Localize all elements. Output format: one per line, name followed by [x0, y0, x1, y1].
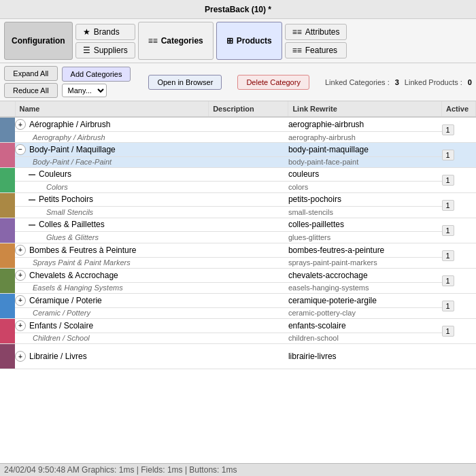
row-link-rewrite: librairie-livres [288, 344, 442, 369]
col-rewrite: Link Rewrite [288, 101, 442, 117]
table-row: +Enfants / Scolaireenfants-scolaire1 [0, 319, 476, 333]
active-badge: 1 [442, 175, 454, 186]
table-row-sub: Easels & Hanging Systemseasels-hanging-s… [0, 282, 476, 293]
active-badge: 1 [442, 301, 454, 311]
active-badge: 1 [442, 250, 454, 261]
nav-group-attributes-features: ≡≡ Attributes ≡≡ Features [285, 24, 347, 58]
collapse-button[interactable]: − [15, 144, 26, 155]
row-description [209, 243, 288, 258]
row-main-name: +Céramique / Poterie [15, 294, 209, 308]
row-sub-description [209, 181, 288, 192]
expand-button[interactable]: + [15, 245, 26, 256]
features-button[interactable]: ≡≡ Features [285, 42, 347, 58]
open-in-browser-button[interactable]: Open in Browser [148, 75, 222, 90]
attributes-button[interactable]: ≡≡ Attributes [285, 24, 347, 40]
row-thumbnail [0, 218, 15, 243]
row-active: 1 [442, 168, 476, 193]
row-sub-name: Children / School [15, 333, 209, 343]
row-main-name: −Body-Paint / Maquillage [15, 143, 209, 157]
configuration-button[interactable]: Configuration [4, 22, 73, 60]
row-sub-rewrite: aerography-airbrush [288, 132, 442, 143]
category-main-name: Bombes & Feutres à Peinture [29, 245, 136, 255]
row-thumbnail [0, 117, 15, 143]
row-sub-name: Ceramic / Pottery [15, 307, 209, 318]
expand-button[interactable]: + [15, 351, 26, 362]
table-row: +Bombes & Feutres à Peinturebombes-feutr… [0, 243, 476, 258]
active-badge: 1 [442, 275, 454, 286]
row-description [209, 117, 288, 132]
attributes-icon: ≡≡ [292, 27, 302, 37]
row-active: 1 [442, 243, 476, 269]
categories-table: Name Description Link Rewrite Active +Aé… [0, 101, 476, 369]
col-description: Description [209, 101, 288, 117]
row-active [442, 344, 476, 369]
table-row: +Librairie / Livreslibrairie-livres [0, 344, 476, 369]
row-active: 1 [442, 218, 476, 243]
row-main-name: Couleurs [15, 168, 209, 182]
row-sub-rewrite: children-school [288, 333, 442, 343]
products-button[interactable]: ⊞ Products [216, 22, 282, 60]
nav-bar: Configuration ★ Brands ☰ Suppliers ≡≡ Ca… [0, 19, 476, 63]
col-active: Active [442, 101, 476, 117]
toolbar: Expand All Reduce All Add Categories Man… [0, 63, 476, 101]
row-sub-description [209, 257, 288, 268]
row-thumbnail [0, 294, 15, 319]
add-categories-group: Add Categories Many... [62, 67, 131, 97]
delete-category-button[interactable]: Delete Category [237, 75, 309, 90]
row-link-rewrite: colles-paillettes [288, 218, 442, 232]
categories-button[interactable]: ≡≡ Categories [138, 22, 214, 60]
row-description [209, 269, 288, 283]
nav-group-brands-suppliers: ★ Brands ☰ Suppliers [75, 24, 135, 58]
row-sub-description [209, 156, 288, 167]
row-main-name: +Aérographie / Airbrush [15, 117, 209, 132]
category-main-name: Couleurs [39, 169, 71, 179]
products-icon: ⊞ [226, 36, 233, 46]
row-sub-description [209, 333, 288, 343]
row-sub-name: Colors [15, 181, 209, 192]
row-active: 1 [442, 117, 476, 143]
row-main-name: +Bombes & Feutres à Peinture [15, 243, 209, 258]
title-bar: PrestaBack (10) * [0, 0, 476, 19]
brands-button[interactable]: ★ Brands [75, 24, 135, 40]
row-sub-name: Sprays Paint & Paint Markers [15, 257, 209, 268]
row-main-name: Petits Pochoirs [15, 193, 209, 207]
category-main-name: Enfants / Scolaire [29, 321, 93, 330]
row-active: 1 [442, 193, 476, 218]
add-categories-button[interactable]: Add Categories [62, 67, 131, 82]
expand-button[interactable]: + [15, 295, 26, 306]
row-active: 1 [442, 143, 476, 168]
table-row: +Céramique / Poterieceramique-poterie-ar… [0, 294, 476, 308]
table-row-sub: Small Stencilssmall-stencils [0, 206, 476, 218]
expand-all-button[interactable]: Expand All [4, 66, 58, 81]
row-sub-rewrite: sprays-paint-paint-markers [288, 257, 442, 268]
row-description [209, 193, 288, 207]
linked-info: Linked Categories : 3 Linked Products : … [325, 78, 472, 86]
app-title: PrestaBack (10) * [205, 5, 271, 14]
table-row-sub: Sprays Paint & Paint Markerssprays-paint… [0, 257, 476, 268]
table-row: −Body-Paint / Maquillagebody-paint-maqui… [0, 143, 476, 157]
col-name: Name [15, 101, 209, 117]
expand-button[interactable]: + [15, 119, 26, 130]
suppliers-button[interactable]: ☰ Suppliers [75, 42, 135, 58]
row-sub-description [209, 282, 288, 293]
row-thumbnail [0, 319, 15, 344]
row-sub-rewrite: easels-hanging-systems [288, 282, 442, 293]
category-main-name: Chevalets & Accrochage [29, 271, 118, 280]
row-main-name: +Librairie / Livres [15, 344, 209, 369]
many-select[interactable]: Many... [62, 84, 107, 97]
expand-button[interactable]: + [15, 270, 26, 281]
category-main-name: Aérographie / Airbrush [29, 120, 110, 129]
expand-button[interactable]: + [15, 320, 26, 331]
col-thumb [0, 101, 15, 117]
row-link-rewrite: petits-pochoirs [288, 193, 442, 207]
row-thumbnail [0, 344, 15, 369]
reduce-all-button[interactable]: Reduce All [4, 83, 58, 98]
row-sub-name: Aerography / Airbrush [15, 132, 209, 143]
category-main-name: Petits Pochoirs [39, 194, 93, 204]
row-link-rewrite: aerographie-airbrush [288, 117, 442, 132]
row-link-rewrite: enfants-scolaire [288, 319, 442, 333]
active-badge: 1 [442, 326, 454, 337]
row-thumbnail [0, 168, 15, 193]
grid-icon: ☰ [83, 46, 90, 55]
category-main-name: Librairie / Livres [29, 352, 87, 361]
